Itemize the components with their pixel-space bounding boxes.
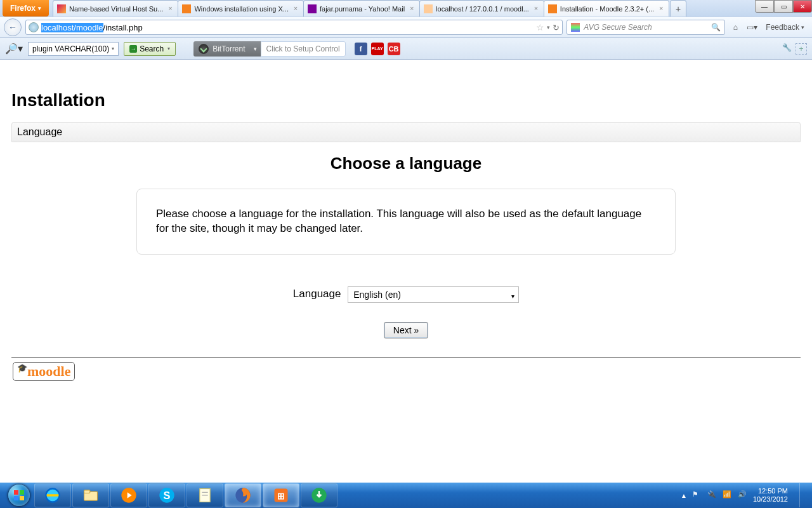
tab-title: Windows installation using X... bbox=[194, 5, 289, 13]
show-desktop-button[interactable] bbox=[799, 483, 807, 507]
globe-icon bbox=[29, 22, 39, 32]
taskbar-notepad[interactable] bbox=[187, 483, 223, 507]
bookmarks-menu-icon[interactable]: ▭▾ bbox=[745, 21, 758, 34]
url-text: localhost/moodle/install.php bbox=[41, 23, 534, 32]
page-content: Installation Language Choose a language … bbox=[0, 60, 812, 381]
moodle-favicon bbox=[182, 4, 191, 13]
avg-search-icon bbox=[571, 23, 580, 32]
tab-2[interactable]: fajar.purnama - Yahoo! Mail × bbox=[303, 0, 420, 17]
feedback-link[interactable]: Feedback▾ bbox=[762, 23, 808, 32]
tab-close-icon[interactable]: × bbox=[408, 5, 416, 13]
tab-close-icon[interactable]: × bbox=[292, 5, 299, 13]
tab-strip: Firefox Name-based Virtual Host Su... × … bbox=[0, 0, 812, 17]
tab-close-icon[interactable]: × bbox=[166, 5, 174, 13]
taskbar-ie[interactable] bbox=[34, 483, 71, 507]
taskbar-mediaplayer[interactable] bbox=[110, 483, 147, 507]
system-tray: ▲ ⚑ 🔌 📶 🔊 12:50 PM 10/23/2012 bbox=[681, 483, 807, 507]
taskbar-idm[interactable] bbox=[301, 483, 337, 507]
tab-0[interactable]: Name-based Virtual Host Su... × bbox=[53, 0, 178, 17]
navigation-bar: ← localhost/moodle/install.php ☆ ▾ ↻ AVG… bbox=[0, 17, 812, 38]
addon-toolbar: 🔎▾ plugin VARCHAR(100) →Search BitTorren… bbox=[0, 38, 812, 60]
section-header-language: Language bbox=[11, 122, 801, 142]
search-icon[interactable]: 🔍 bbox=[711, 23, 721, 32]
tab-close-icon[interactable]: × bbox=[532, 5, 540, 13]
new-tab-button[interactable]: + bbox=[670, 0, 686, 17]
tray-expand-icon[interactable]: ▲ bbox=[681, 492, 687, 499]
start-button[interactable] bbox=[5, 483, 33, 507]
back-button[interactable]: ← bbox=[4, 18, 22, 36]
moodle-favicon bbox=[548, 4, 557, 13]
window-controls: — ▭ ✕ bbox=[755, 0, 812, 13]
svg-text:⊞: ⊞ bbox=[277, 491, 285, 501]
reload-icon[interactable]: ↻ bbox=[553, 23, 560, 32]
taskbar-xampp[interactable]: ⊞ bbox=[263, 483, 299, 507]
clock[interactable]: 12:50 PM 10/23/2012 bbox=[753, 487, 792, 504]
tab-3[interactable]: localhost / 127.0.0.1 / moodl... × bbox=[419, 0, 544, 17]
close-window-button[interactable]: ✕ bbox=[793, 0, 812, 13]
volume-icon[interactable]: 🔊 bbox=[738, 490, 748, 500]
grad-cap-icon: 🎓 bbox=[17, 363, 27, 373]
apache-favicon bbox=[57, 4, 66, 13]
language-select[interactable]: English (en) bbox=[348, 286, 519, 303]
bittorrent-dropdown[interactable]: BitTorrent bbox=[193, 41, 260, 57]
add-toolbar-icon[interactable]: + bbox=[796, 43, 807, 55]
url-dropdown-icon[interactable]: ▾ bbox=[547, 24, 550, 30]
yahoo-favicon bbox=[308, 4, 317, 13]
bookmark-star-icon[interactable]: ☆ bbox=[536, 22, 544, 32]
clock-time: 12:50 PM bbox=[753, 487, 788, 495]
network-icon[interactable]: 📶 bbox=[723, 490, 733, 500]
magnifier-icon[interactable]: 🔎▾ bbox=[5, 43, 23, 55]
power-icon[interactable]: 🔌 bbox=[707, 490, 717, 500]
tab-title: fajar.purnama - Yahoo! Mail bbox=[320, 5, 405, 13]
info-text: Please choose a language for the install… bbox=[156, 208, 641, 234]
setup-control-input[interactable]: Click to Setup Control bbox=[261, 41, 346, 57]
separator bbox=[11, 358, 801, 358]
language-label: Language bbox=[293, 288, 341, 300]
facebook-icon[interactable]: f bbox=[355, 43, 367, 55]
firefox-menu-button[interactable]: Firefox bbox=[3, 0, 49, 17]
page-title: Installation bbox=[11, 90, 801, 110]
language-row: Language English (en) bbox=[11, 286, 801, 303]
moodle-logo[interactable]: 🎓moodle bbox=[13, 362, 75, 381]
tab-title: Name-based Virtual Host Su... bbox=[69, 5, 163, 13]
taskbar-skype[interactable]: S bbox=[148, 483, 185, 507]
playvid-icon[interactable]: PLAY bbox=[371, 43, 384, 55]
toolbar-search-button[interactable]: →Search bbox=[124, 42, 176, 56]
svg-rect-2 bbox=[84, 490, 90, 493]
search-placeholder: AVG Secure Search bbox=[584, 23, 652, 32]
home-icon[interactable]: ⌂ bbox=[729, 21, 742, 34]
cb-icon[interactable]: CB bbox=[388, 43, 400, 55]
tab-title: Installation - Moodle 2.3.2+ (... bbox=[560, 5, 654, 13]
tab-4[interactable]: Installation - Moodle 2.3.2+ (... × bbox=[544, 0, 669, 17]
wrench-icon[interactable]: 🔧 bbox=[782, 43, 792, 55]
url-bar[interactable]: localhost/moodle/install.php ☆ ▾ ↻ bbox=[25, 20, 563, 35]
taskbar-explorer[interactable] bbox=[72, 483, 109, 507]
bittorrent-icon bbox=[199, 44, 209, 54]
next-button[interactable]: Next » bbox=[384, 322, 428, 338]
browser-search-box[interactable]: AVG Secure Search 🔍 bbox=[566, 20, 725, 35]
windows-orb-icon bbox=[8, 485, 30, 506]
info-box: Please choose a language for the install… bbox=[136, 189, 676, 255]
clock-date: 10/23/2012 bbox=[753, 495, 788, 504]
arrow-icon: → bbox=[129, 45, 137, 53]
maximize-button[interactable]: ▭ bbox=[774, 0, 793, 13]
svg-text:S: S bbox=[164, 490, 171, 501]
plugin-text-box[interactable]: plugin VARCHAR(100) bbox=[28, 42, 119, 56]
minimize-button[interactable]: — bbox=[755, 0, 774, 13]
phpmyadmin-favicon bbox=[424, 4, 433, 13]
tab-1[interactable]: Windows installation using X... × bbox=[178, 0, 304, 17]
bittorrent-widget: BitTorrent Click to Setup Control bbox=[193, 41, 345, 57]
taskbar-firefox[interactable] bbox=[225, 483, 261, 507]
choose-language-heading: Choose a language bbox=[11, 154, 801, 173]
social-icons: f PLAY CB bbox=[355, 43, 400, 55]
tab-title: localhost / 127.0.0.1 / moodl... bbox=[436, 5, 529, 13]
flag-icon[interactable]: ⚑ bbox=[692, 490, 702, 500]
tab-close-icon[interactable]: × bbox=[657, 5, 665, 13]
windows-taskbar: S ⊞ ▲ ⚑ 🔌 📶 🔊 12:50 PM 10/23/2012 bbox=[0, 483, 812, 508]
